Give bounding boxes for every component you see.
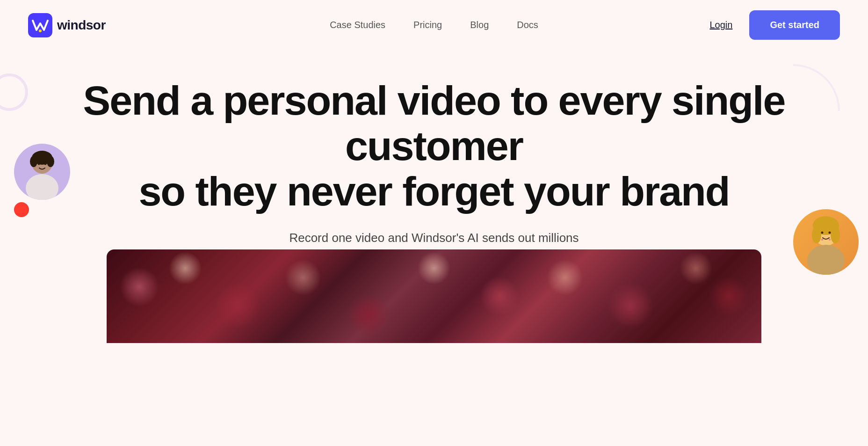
flower-overlay <box>107 249 761 343</box>
nav-link-pricing[interactable]: Pricing <box>413 20 442 30</box>
login-link[interactable]: Login <box>709 20 732 30</box>
hero-title-line1: Send a personal video to every single cu… <box>83 77 785 169</box>
svg-point-15 <box>829 232 831 234</box>
svg-point-14 <box>821 232 824 234</box>
windsor-logo-icon <box>28 13 52 37</box>
hero-section: Send a personal video to every single cu… <box>0 50 868 343</box>
video-background <box>107 249 761 343</box>
brand-name: windsor <box>57 18 106 33</box>
hero-title: Send a personal video to every single cu… <box>60 78 808 214</box>
nav-link-docs[interactable]: Docs <box>517 20 538 30</box>
nav-links: Case Studies Pricing Blog Docs <box>330 20 538 30</box>
video-preview <box>107 249 761 343</box>
svg-point-10 <box>807 245 845 275</box>
avatar-left-person <box>14 144 70 200</box>
navbar: windsor Case Studies Pricing Blog Docs L… <box>0 0 868 50</box>
svg-point-6 <box>47 156 54 167</box>
svg-point-13 <box>831 227 840 243</box>
svg-point-8 <box>44 163 47 165</box>
nav-item-blog[interactable]: Blog <box>470 20 489 30</box>
deco-circle-top-left <box>0 73 28 111</box>
recording-indicator <box>14 202 29 217</box>
avatar-right-person <box>793 209 859 275</box>
svg-point-1 <box>39 29 42 32</box>
avatar-left <box>14 144 70 200</box>
svg-point-12 <box>812 227 821 243</box>
nav-item-docs[interactable]: Docs <box>517 20 538 30</box>
svg-point-5 <box>30 156 37 167</box>
svg-point-3 <box>26 174 58 200</box>
svg-point-16 <box>821 239 823 241</box>
hero-title-line2: so they never forget your brand <box>138 168 729 214</box>
nav-item-pricing[interactable]: Pricing <box>413 20 442 30</box>
logo[interactable]: windsor <box>28 13 106 37</box>
hero-subtitle-line1: Record one video and Windsor's AI sends … <box>289 231 579 245</box>
nav-right: Login Get started <box>709 10 840 40</box>
nav-link-blog[interactable]: Blog <box>470 20 489 30</box>
svg-point-17 <box>829 239 831 241</box>
nav-item-case-studies[interactable]: Case Studies <box>330 20 385 30</box>
svg-point-7 <box>38 163 40 165</box>
nav-link-case-studies[interactable]: Case Studies <box>330 20 385 30</box>
avatar-right <box>793 209 859 275</box>
get-started-button-nav[interactable]: Get started <box>749 10 840 40</box>
